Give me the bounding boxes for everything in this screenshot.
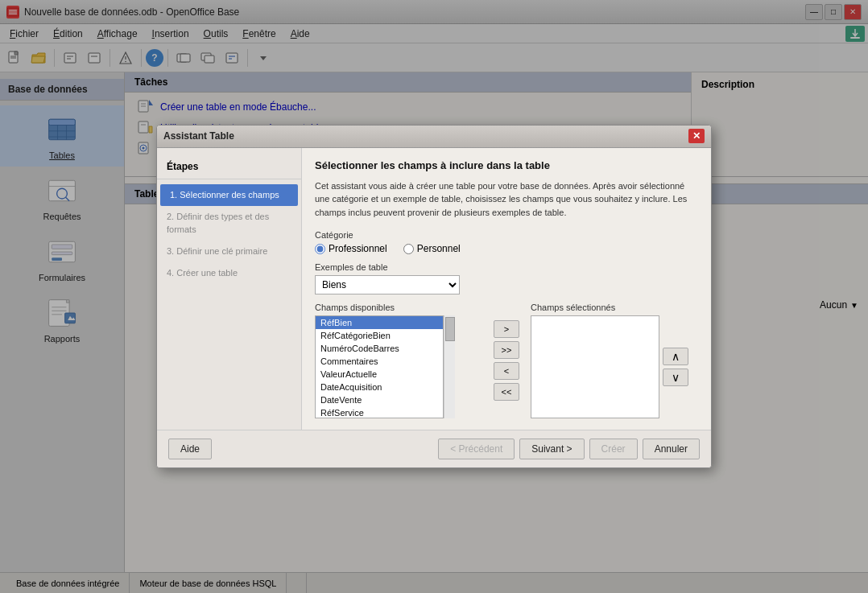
remove-field-button[interactable]: <: [494, 362, 519, 380]
examples-group: Exemples de table Biens: [315, 262, 698, 294]
add-all-button[interactable]: >>: [494, 341, 519, 359]
category-radio-group: Professionnel Personnel: [315, 243, 698, 254]
updown-buttons: ∧ ∨: [663, 315, 688, 418]
available-fields-listbox[interactable]: RéfBien RéfCatégorieBien NuméroCodeBarre…: [315, 315, 444, 418]
selected-fields-col: Champs sélectionnés ∧ ∨: [531, 303, 698, 418]
dialog-title: Assistant Table: [163, 130, 234, 142]
examples-select[interactable]: Biens: [315, 275, 460, 294]
annuler-button[interactable]: Annuler: [643, 439, 700, 459]
available-fields-label: Champs disponibles: [315, 303, 482, 312]
radio-personnel[interactable]: Personnel: [403, 243, 461, 254]
step-1[interactable]: 1. Sélectionner des champs: [160, 184, 298, 206]
modal-backdrop: Assistant Table ✕ Étapes 1. Sélectionner…: [0, 0, 868, 593]
step-2[interactable]: 2. Définir des types et des formats: [157, 206, 301, 241]
step-4[interactable]: 4. Créer une table: [157, 262, 301, 284]
dialog-titlebar: Assistant Table ✕: [157, 126, 711, 148]
suivant-button[interactable]: Suivant >: [519, 439, 584, 459]
radio-professionnel-input[interactable]: [315, 244, 325, 254]
selected-fields-listbox[interactable]: [531, 315, 659, 418]
step-3[interactable]: 3. Définir une clé primaire: [157, 241, 301, 262]
footer-left: Aide: [168, 439, 212, 459]
arrow-buttons: > >> < <<: [490, 303, 523, 418]
dialog-description: Cet assistant vous aide à créer une tabl…: [315, 179, 698, 220]
selected-fields-label: Champs sélectionnés: [531, 303, 698, 312]
footer-right: < Précédent Suivant > Créer Annuler: [438, 439, 700, 459]
dialog-body: Étapes 1. Sélectionner des champs 2. Déf…: [157, 148, 711, 430]
remove-all-button[interactable]: <<: [494, 383, 519, 401]
move-down-button[interactable]: ∨: [663, 369, 688, 386]
available-fields-col: Champs disponibles RéfBien RéfCatégorieB…: [315, 303, 482, 418]
dialog-footer: Aide < Précédent Suivant > Créer Annuler: [157, 430, 711, 467]
creer-button[interactable]: Créer: [589, 439, 638, 459]
category-label: Catégorie: [315, 230, 698, 240]
fields-row: Champs disponibles RéfBien RéfCatégorieB…: [315, 303, 698, 418]
examples-label: Exemples de table: [315, 262, 698, 272]
available-scrollbar[interactable]: [444, 315, 455, 418]
radio-professionnel-label: Professionnel: [329, 243, 387, 254]
move-up-button[interactable]: ∧: [663, 348, 688, 365]
field-numerocodebarres[interactable]: NuméroCodeBarres: [316, 342, 443, 355]
examples-select-row: Biens: [315, 275, 698, 294]
radio-personnel-label: Personnel: [417, 243, 461, 254]
aide-button[interactable]: Aide: [168, 439, 212, 459]
steps-header: Étapes: [157, 158, 301, 179]
category-group: Catégorie Professionnel Personnel: [315, 230, 698, 254]
radio-professionnel[interactable]: Professionnel: [315, 243, 387, 254]
available-scrollbar-thumb: [445, 317, 455, 341]
field-dateacquisition[interactable]: DateAcquisition: [316, 381, 443, 393]
field-valeuractuelle[interactable]: ValeurActuelle: [316, 368, 443, 381]
field-refservice[interactable]: RéfService: [316, 406, 443, 418]
add-field-button[interactable]: >: [494, 320, 519, 338]
precedent-button[interactable]: < Précédent: [438, 439, 515, 459]
dialog-close-button[interactable]: ✕: [688, 129, 705, 143]
field-commentaires[interactable]: Commentaires: [316, 355, 443, 368]
field-refbien[interactable]: RéfBien: [316, 316, 443, 329]
field-datevente[interactable]: DateVente: [316, 393, 443, 406]
radio-personnel-input[interactable]: [403, 244, 414, 254]
dialog-content: Sélectionner les champs à inclure dans l…: [302, 148, 711, 430]
field-refcategoriebien[interactable]: RéfCatégorieBien: [316, 329, 443, 342]
dialog-steps: Étapes 1. Sélectionner des champs 2. Déf…: [157, 148, 302, 430]
dialog-content-title: Sélectionner les champs à inclure dans l…: [315, 159, 698, 171]
assistant-table-dialog: Assistant Table ✕ Étapes 1. Sélectionner…: [156, 125, 712, 469]
